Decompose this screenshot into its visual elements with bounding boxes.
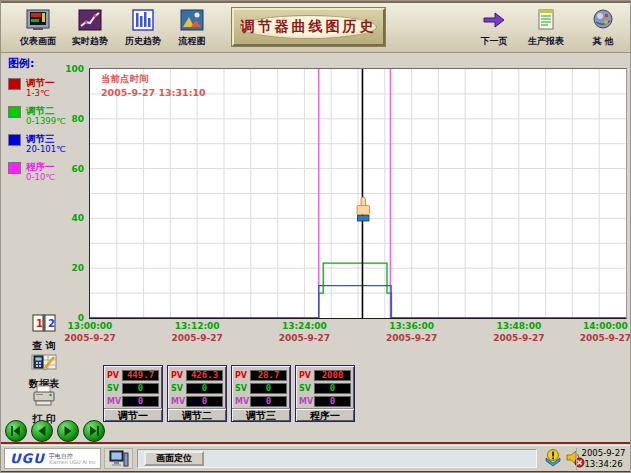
mv-label: MV [299,397,314,406]
mv-label: MV [171,397,186,406]
toolbar-item-other[interactable]: 其 他 [579,7,627,53]
mv-value: 0 [122,396,159,407]
y-axis-tick: 20 [1,263,84,273]
company-logo: UGU 宇电自控 Xiamen UGU AI Inc [4,448,101,469]
panel-name: 程序一 [296,408,354,422]
toolbar-item-history-trend[interactable]: 历史趋势 [117,7,169,53]
skip-last-icon [85,422,103,440]
toolbar-item-production-report[interactable]: 生产报表 [517,7,575,53]
controller-value-panels: PV449.7 SV0 MV0 调节一 PV426.3 SV0 MV0 调节二 … [103,365,355,422]
y-axis-tick: 60 [1,164,84,174]
next-icon [59,422,77,440]
series-name: 调节三 [26,133,88,144]
series-swatch [8,78,21,90]
statusbar: UGU 宇电自控 Xiamen UGU AI Inc 画面定位 2005-9-2… [1,445,631,471]
toolbar-item-label: 仪表画面 [20,35,56,48]
last-page-button[interactable] [83,420,105,442]
page-navigation [5,420,105,442]
trend-chart-canvas [90,69,626,318]
sv-value: 0 [314,383,351,394]
panel-name: 调节二 [168,408,226,422]
mv-value: 0 [186,396,223,407]
skip-first-icon [7,422,25,440]
sv-label: SV [107,384,122,393]
sv-label: SV [171,384,186,393]
time-cursor-hand-icon[interactable] [354,196,372,223]
pv-label: PV [299,371,314,380]
toolbar-item-label: 其 他 [592,35,613,48]
x-axis-tick: 13:24:002005-9-27 [279,321,330,343]
other-globe-icon [591,7,615,33]
toolbar-item-next-page[interactable]: 下一页 [466,7,522,53]
previous-icon [33,422,51,440]
realtime-trend-icon [77,7,103,33]
sv-label: SV [299,384,314,393]
next-page-arrow-icon [481,7,507,33]
toolbar-item-flow-diagram[interactable]: 流程图 [167,7,217,53]
mv-label: MV [235,397,250,406]
datasheet-icon [31,350,57,376]
page-title-plaque: 调节器曲线图历史 [232,8,385,46]
production-report-icon [535,7,557,33]
series-name: 调节一 [26,77,88,88]
status-date: 2005-9-27 [577,448,630,459]
pv-label: PV [235,371,250,380]
toolbar-item-instrument-screen[interactable]: 仪表画面 [11,7,65,53]
pv-value: 2000 [314,370,351,381]
y-axis-tick: 80 [1,114,84,124]
toolbar-item-label: 实时趋势 [72,35,108,48]
query-book-icon: 12 [31,313,57,338]
legend-item: 调节一 1-3℃ [8,77,88,99]
pv-value: 28.7 [250,370,287,381]
hmi-screen: { "toolbar": { "left_items": [ { "label"… [0,0,631,473]
toolbar-item-label: 历史趋势 [125,35,161,48]
toolbar: 仪表画面 实时趋势 历史趋势 流程图 调节器曲线图历史 下一页 生产报表 [1,1,631,53]
screen-locate-button[interactable]: 画面定位 [144,451,204,466]
toolbar-item-label: 下一页 [481,35,508,48]
mv-value: 0 [250,396,287,407]
y-axis-tick: 100 [1,64,84,74]
printer-icon [31,385,57,411]
panel-name: 调节一 [104,408,162,422]
svg-text:1: 1 [36,318,43,329]
x-axis-tick: 13:48:002005-9-27 [493,321,544,343]
previous-page-button[interactable] [31,420,53,442]
query-button[interactable]: 12 查 询 [15,313,73,353]
toolbar-item-realtime-trend[interactable]: 实时趋势 [63,7,117,53]
trend-chart-plot[interactable]: 当前点时间 2005-9-27 13:31:10 [89,68,627,319]
mv-label: MV [107,397,122,406]
mv-value: 0 [314,396,351,407]
pv-value: 449.7 [122,370,159,381]
sv-value: 0 [122,383,159,394]
panel-program-1: PV2000 SV0 MV0 程序一 [295,365,355,422]
next-page-button[interactable] [57,420,79,442]
pv-label: PV [107,371,122,380]
first-page-button[interactable] [5,420,27,442]
datetime-display: 2005-9-27 13:34:26 [576,448,630,470]
status-strip: 画面定位 [137,449,537,468]
company-name-en: Xiamen UGU AI Inc [49,460,96,465]
logo-subtext: 宇电自控 Xiamen UGU AI Inc [49,453,96,465]
cursor-time-annotation: 当前点时间 2005-9-27 13:31:10 [101,72,206,100]
x-axis-tick: 14:00:002005-9-27 [580,321,631,343]
sv-value: 0 [186,383,223,394]
panel-name: 调节三 [232,408,290,422]
pv-label: PV [171,371,186,380]
panel-controller-3: PV28.7 SV0 MV0 调节三 [231,365,291,422]
statusbar-separator [1,442,631,444]
pv-value: 426.3 [186,370,223,381]
computer-icon [109,450,129,468]
workstation-indicator [104,448,133,469]
legend-item: 调节三 20-101℃ [8,133,88,155]
flow-diagram-icon [179,7,205,33]
annotation-label: 当前点时间 [101,72,206,86]
y-axis-tick: 40 [1,213,84,223]
panel-controller-1: PV449.7 SV0 MV0 调节一 [103,365,163,422]
toolbar-item-label: 流程图 [179,35,206,48]
series-range: 20-101℃ [26,144,88,154]
panel-controller-2: PV426.3 SV0 MV0 调节二 [167,365,227,422]
page-title: 调节器曲线图历史 [234,10,383,44]
toolbar-item-label: 生产报表 [528,35,564,48]
instrument-screen-icon [25,7,51,33]
alarm-indicator-icon[interactable] [544,448,562,468]
